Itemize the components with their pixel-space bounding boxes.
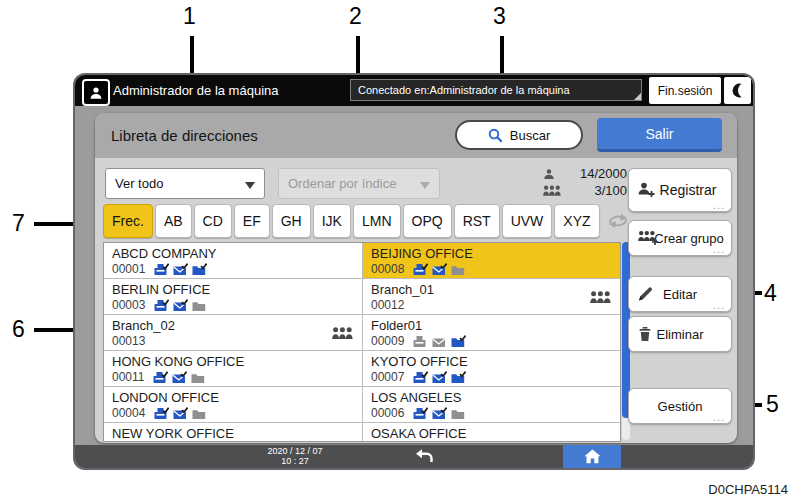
address-entry[interactable]: LOS ANGELES 00006 (362, 387, 620, 423)
group-count: 3/100 (594, 183, 627, 198)
person-icon (89, 86, 103, 100)
address-entry[interactable]: LONDON OFFICE 00004 (104, 387, 362, 423)
folder-destination-icon (451, 335, 466, 348)
fax-destination-icon (413, 371, 428, 384)
index-tab-ab[interactable]: AB (155, 204, 192, 238)
home-button[interactable] (563, 445, 621, 468)
index-tab-bar: Frec.ABCDEFGHIJKLMNOPQRSTUVWXYZ (103, 204, 634, 238)
address-book-panel: Libreta de direcciones Buscar Salir Ver … (95, 113, 737, 443)
index-tab-frec[interactable]: Frec. (103, 204, 153, 238)
entry-name: LONDON OFFICE (112, 390, 356, 405)
address-entry[interactable]: Folder01 00009 (362, 315, 620, 351)
edit-button[interactable]: Editar ... (628, 276, 732, 312)
address-entry[interactable]: BERLIN OFFICE 00003 (104, 279, 362, 315)
group-icon (332, 327, 353, 339)
register-button-label: Registrar (660, 182, 717, 198)
management-button-label: Gestión (658, 399, 703, 414)
search-icon (488, 128, 503, 143)
entry-name: HONG KONG OFFICE (112, 354, 356, 369)
entry-number: 00011 (112, 370, 144, 384)
fax-destination-icon (413, 407, 428, 420)
entry-destination-icons (413, 371, 466, 384)
index-tab-xyz[interactable]: XYZ (554, 204, 599, 238)
back-button[interactable] (409, 445, 439, 468)
chevron-down-icon (245, 182, 255, 189)
search-button-label: Buscar (510, 128, 550, 143)
index-tab-lmn[interactable]: LMN (353, 204, 401, 238)
energy-saver-button[interactable] (724, 77, 751, 104)
more-indicator: ... (713, 299, 725, 311)
index-tab-uvw[interactable]: UVW (502, 204, 553, 238)
logged-in-user-name: Administrador de la máquina (113, 75, 278, 106)
entry-name: NEW YORK OFFICE (112, 426, 356, 441)
address-entry[interactable]: OSAKA OFFICE (362, 423, 620, 442)
mail-destination-icon (432, 371, 447, 384)
search-button[interactable]: Buscar (455, 120, 583, 150)
tab-label: LMN (362, 213, 392, 229)
sort-dropdown-value: Ordenar por índice (288, 176, 396, 191)
index-tab-ijk[interactable]: IJK (313, 204, 351, 238)
register-button[interactable]: Registrar ... (628, 168, 732, 212)
address-entry[interactable]: ABCD COMPANY 00001 (104, 243, 362, 279)
entry-destination-icons (154, 263, 207, 276)
registration-counters: 14/2000 3/100 (543, 165, 627, 199)
back-arrow-icon (415, 449, 434, 464)
address-entry[interactable]: KYOTO OFFICE 00007 (362, 351, 620, 387)
entry-destination-icons (154, 407, 207, 420)
address-list: ABCD COMPANY 00001 BEIJING OFFICE 00008 … (103, 242, 621, 442)
index-tab-gh[interactable]: GH (272, 204, 311, 238)
session-status[interactable]: Conectado en:Administrador de la máquina (350, 79, 642, 101)
folder-destination-icon (451, 371, 466, 384)
date-time: 2020 / 12 / 07 10 : 27 (250, 446, 340, 466)
mail-destination-icon (432, 263, 447, 276)
home-icon (584, 449, 601, 464)
date-label: 2020 / 12 / 07 (250, 446, 340, 456)
fax-destination-icon (413, 263, 428, 276)
address-entry[interactable]: NEW YORK OFFICE (104, 423, 362, 442)
delete-button[interactable]: Eliminar (628, 316, 732, 352)
address-entry[interactable]: BEIJING OFFICE 00008 (362, 243, 620, 279)
index-tab-cd[interactable]: CD (194, 204, 232, 238)
exit-button[interactable]: Salir (597, 118, 722, 152)
tab-label: RST (463, 213, 491, 229)
folder-destination-icon (451, 263, 466, 276)
index-tab-rst[interactable]: RST (454, 204, 500, 238)
panel-header: Libreta de direcciones Buscar Salir (95, 113, 737, 158)
time-label: 10 : 27 (250, 456, 340, 466)
index-tab-ef[interactable]: EF (234, 204, 270, 238)
group-plus-icon (638, 231, 658, 246)
entry-name: Branch_01 (371, 282, 614, 297)
entry-number: 00009 (371, 334, 404, 348)
entry-number: 00001 (112, 262, 145, 276)
entry-destination-icons (413, 335, 466, 348)
fax-destination-icon (154, 263, 169, 276)
tab-label: XYZ (563, 213, 590, 229)
tab-label: UVW (511, 213, 544, 229)
figure-part-number: D0CHPA5114 (708, 482, 788, 497)
tab-label: CD (203, 213, 223, 229)
address-entry[interactable]: Branch_02 00013 (104, 315, 362, 351)
manual-figure: 1 2 3 4 5 6 7 D0CHPA5114 Administrador d… (0, 0, 796, 504)
entry-name: ABCD COMPANY (112, 246, 356, 261)
group-icon (590, 291, 611, 303)
address-entry[interactable]: HONG KONG OFFICE 00011 (104, 351, 362, 387)
address-entry[interactable]: Branch_01 00012 (362, 279, 620, 315)
mail-destination-icon (172, 371, 187, 384)
mail-destination-icon (432, 407, 447, 420)
more-indicator: ... (713, 411, 725, 423)
create-group-button[interactable]: Crear grupo ... (628, 220, 732, 256)
management-button[interactable]: Gestión ... (628, 388, 732, 424)
mail-destination-icon (432, 335, 447, 348)
tab-label: IJK (322, 213, 342, 229)
logout-button[interactable]: Fin.sesión (649, 77, 721, 104)
tab-label: GH (281, 213, 302, 229)
callout-2: 2 (349, 4, 362, 28)
entry-name: Branch_02 (112, 318, 356, 333)
switch-index-icon (606, 213, 630, 229)
index-tab-opq[interactable]: OPQ (403, 204, 452, 238)
entry-number: 00013 (112, 334, 145, 348)
group-count-icon (543, 185, 561, 196)
fax-destination-icon (154, 407, 169, 420)
touch-panel-screen: Administrador de la máquina Conectado en… (75, 75, 753, 468)
view-dropdown[interactable]: Ver todo (105, 168, 265, 199)
